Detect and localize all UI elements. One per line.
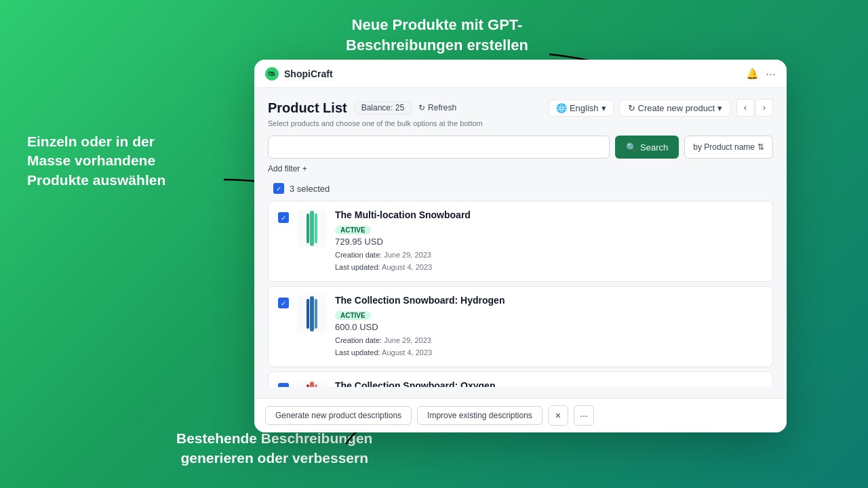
sort-button[interactable]: by Product name ⇅: [684, 136, 773, 159]
svg-rect-9: [315, 384, 317, 387]
add-filter-button[interactable]: Add filter +: [268, 164, 307, 174]
search-btn-label: Search: [640, 142, 668, 152]
search-row: 🔍 Search by Product name ⇅: [268, 136, 773, 159]
product-1-image: [297, 209, 327, 247]
product-2-name: The Collection Snowboard: Hydrogen: [335, 295, 763, 306]
svg-rect-5: [307, 299, 309, 329]
annotation-bottom-text: Bestehende Beschreibungengenerieren oder…: [176, 430, 372, 465]
annotation-left-text: Einzeln oder in derMasse vorhandeneProdu…: [27, 134, 165, 188]
product-2-image: [297, 295, 327, 333]
chevron-down-icon: ▾: [601, 103, 606, 113]
subtitle: Select products and choose one of the bu…: [268, 119, 773, 127]
product-3-name: The Collection Snowboard: Oxygen: [335, 380, 763, 387]
product-3-checkbox[interactable]: ✓: [278, 383, 289, 387]
product-2-price: 600.0 USD: [335, 322, 763, 332]
product-1-info: The Multi-location Snowboard ACTIVE 729.…: [335, 209, 763, 273]
language-button[interactable]: 🌐 English ▾: [549, 100, 614, 117]
filter-row: Add filter +: [268, 164, 773, 174]
page-title: Product List: [268, 100, 347, 116]
header-right: 🌐 English ▾ ↻ Create new product ▾ ‹ ›: [549, 99, 773, 117]
title-bar: 🛍 ShopiCraft 🔔 ⋯: [254, 60, 787, 88]
product-1-price: 729.95 USD: [335, 237, 763, 247]
product-2-checkbox[interactable]: ✓: [278, 298, 289, 308]
product-1-status: ACTIVE: [335, 226, 371, 235]
title-bar-left: 🛍 ShopiCraft: [265, 67, 333, 81]
product-2-meta: Creation date: June 29, 2023 Last update…: [335, 335, 763, 359]
prev-button[interactable]: ‹: [736, 99, 754, 117]
annotation-top-text: Neue Produkte mit GPT-Beschreibungen ers…: [346, 16, 528, 54]
improve-descriptions-button[interactable]: Improve existing descriptions: [417, 406, 542, 425]
app-title: ShopiCraft: [284, 68, 333, 79]
balance-badge: Balance: 25: [354, 101, 412, 115]
close-icon: ×: [555, 410, 561, 421]
refresh-label: Refresh: [428, 103, 456, 113]
nav-arrows: ‹ ›: [736, 99, 773, 117]
product-1-name: The Multi-location Snowboard: [335, 209, 763, 220]
product-3-image: [297, 380, 327, 387]
language-label: English: [570, 103, 599, 113]
product-list: ✓ The Multi-location Snowboard ACTIVE 72…: [268, 201, 773, 387]
header-row: Product List Balance: 25 ↻ Refresh 🌐 Eng…: [268, 99, 773, 117]
sort-chevron-icon: ⇅: [757, 142, 764, 152]
svg-rect-7: [310, 382, 314, 387]
improve-label: Improve existing descriptions: [427, 411, 532, 420]
chevron-down-icon-create: ▾: [717, 103, 722, 113]
product-2-info: The Collection Snowboard: Hydrogen ACTIV…: [335, 295, 763, 359]
flag-icon: 🌐: [556, 103, 567, 113]
search-button[interactable]: 🔍 Search: [615, 136, 679, 159]
svg-rect-1: [310, 211, 314, 246]
product-1-meta: Creation date: June 29, 2023 Last update…: [335, 249, 763, 273]
refresh-button[interactable]: ↻ Refresh: [418, 103, 456, 113]
search-icon: 🔍: [626, 142, 637, 152]
select-all-row: ✓ 3 selected: [268, 179, 773, 198]
create-product-button[interactable]: ↻ Create new product ▾: [619, 100, 731, 117]
svg-rect-3: [315, 214, 317, 243]
close-toolbar-button[interactable]: ×: [548, 405, 568, 426]
search-input[interactable]: [268, 136, 610, 159]
sort-label: by Product name: [693, 142, 755, 152]
content-area: Product List Balance: 25 ↻ Refresh 🌐 Eng…: [254, 88, 787, 398]
select-all-checkbox[interactable]: ✓: [273, 183, 284, 194]
product-row: ✓ The Collection Snowboard: Hydrogen ACT…: [268, 286, 773, 367]
generate-label: Generate new product descriptions: [275, 411, 401, 420]
next-button[interactable]: ›: [755, 99, 773, 117]
more-icon[interactable]: ⋯: [766, 68, 776, 80]
svg-rect-8: [307, 384, 309, 387]
header-left: Product List Balance: 25 ↻ Refresh: [268, 100, 456, 116]
bottom-toolbar: Generate new product descriptions Improv…: [254, 398, 787, 432]
selected-count: 3 selected: [290, 184, 330, 194]
product-3-info: The Collection Snowboard: Oxygen ACTIVE …: [335, 380, 763, 387]
svg-rect-4: [310, 296, 314, 331]
refresh-icon: ↻: [418, 103, 425, 113]
more-icon: ···: [580, 410, 588, 421]
product-2-status: ACTIVE: [335, 311, 371, 320]
refresh-icon-small: ↻: [628, 103, 635, 113]
product-row: ✓ The Collection Snowboard: Oxygen ACTIV…: [268, 371, 773, 387]
product-1-checkbox[interactable]: ✓: [278, 212, 289, 223]
svg-rect-2: [307, 214, 309, 243]
annotation-bottom: Bestehende Beschreibungengenerieren oder…: [176, 429, 372, 468]
generate-descriptions-button[interactable]: Generate new product descriptions: [265, 406, 412, 425]
app-window: 🛍 ShopiCraft 🔔 ⋯ Product List Balance: 2…: [254, 60, 787, 432]
annotation-left: Einzeln oder in derMasse vorhandeneProdu…: [27, 132, 165, 190]
add-filter-label: Add filter +: [268, 164, 307, 174]
product-row: ✓ The Multi-location Snowboard ACTIVE 72…: [268, 201, 773, 282]
more-toolbar-button[interactable]: ···: [574, 405, 594, 426]
app-icon: 🛍: [265, 67, 279, 81]
create-label: Create new product: [638, 103, 715, 113]
title-bar-icons: 🔔 ⋯: [746, 68, 776, 80]
annotation-top: Neue Produkte mit GPT-Beschreibungen ers…: [346, 15, 528, 55]
bell-icon[interactable]: 🔔: [746, 68, 759, 80]
svg-rect-6: [315, 299, 317, 329]
